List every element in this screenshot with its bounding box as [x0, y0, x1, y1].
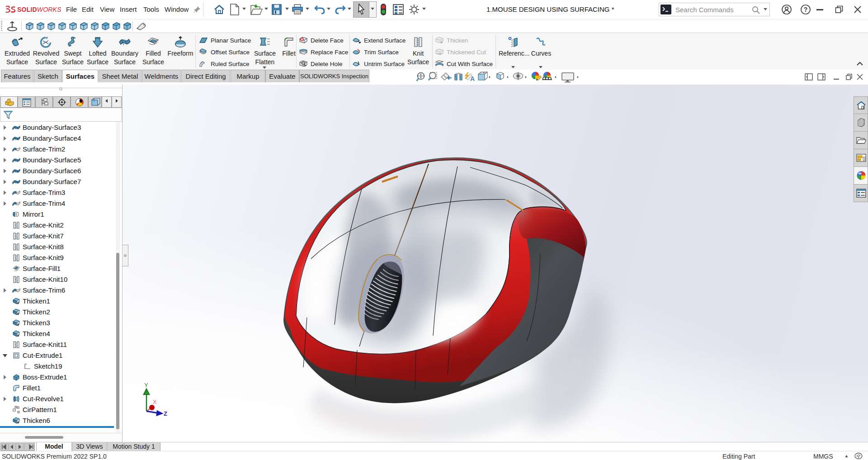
- svg-text:A: A: [470, 75, 475, 82]
- svg-text:Z: Z: [164, 410, 167, 417]
- svg-text:?: ?: [804, 6, 808, 13]
- svg-text:Y: Y: [144, 382, 148, 389]
- svg-text:SOLIDWORKS: SOLIDWORKS: [17, 6, 61, 13]
- svg-text:X: X: [153, 398, 157, 405]
